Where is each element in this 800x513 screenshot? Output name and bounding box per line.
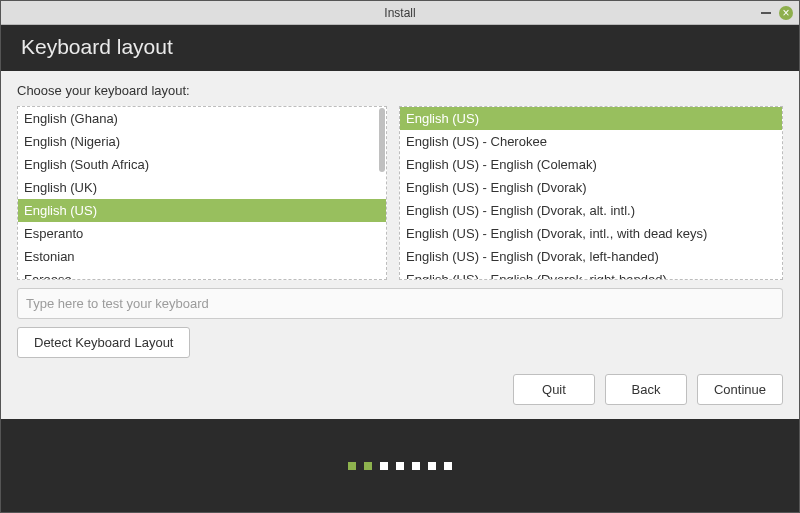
detect-row: Detect Keyboard Layout [17,327,783,358]
page-header: Keyboard layout [1,25,799,71]
install-window: Install Keyboard layout Choose your keyb… [0,0,800,513]
list-item[interactable]: English (US) - English (Dvorak, right-ha… [400,268,782,280]
list-item[interactable]: English (US) - Cherokee [400,130,782,153]
progress-dot [364,462,372,470]
progress-dot [444,462,452,470]
list-item[interactable]: English (South Africa) [18,153,386,176]
list-item[interactable]: English (US) [18,199,386,222]
back-button[interactable]: Back [605,374,687,405]
list-item[interactable]: Faroese [18,268,386,280]
progress-dots [1,419,799,512]
progress-dot [428,462,436,470]
variant-list[interactable]: English (US)English (US) - CherokeeEngli… [399,106,783,280]
list-item[interactable]: English (Ghana) [18,107,386,130]
continue-button[interactable]: Continue [697,374,783,405]
titlebar-controls [761,6,793,20]
list-item[interactable]: English (US) - English (Dvorak, left-han… [400,245,782,268]
keyboard-test-input[interactable] [17,288,783,319]
prompt-label: Choose your keyboard layout: [17,83,783,98]
action-buttons: Quit Back Continue [17,366,783,405]
scrollbar[interactable] [379,108,385,278]
list-item[interactable]: English (UK) [18,176,386,199]
layout-lists: English (Ghana)English (Nigeria)English … [17,106,783,280]
scrollbar-thumb[interactable] [379,108,385,172]
content-area: Choose your keyboard layout: English (Gh… [1,71,799,419]
progress-dot [396,462,404,470]
quit-button[interactable]: Quit [513,374,595,405]
list-item[interactable]: English (US) - English (Dvorak, alt. int… [400,199,782,222]
list-item[interactable]: English (US) [400,107,782,130]
list-item[interactable]: English (US) - English (Colemak) [400,153,782,176]
list-item[interactable]: English (Nigeria) [18,130,386,153]
minimize-icon[interactable] [761,12,771,14]
list-item[interactable]: English (US) - English (Dvorak) [400,176,782,199]
language-list[interactable]: English (Ghana)English (Nigeria)English … [17,106,387,280]
list-item[interactable]: English (US) - English (Dvorak, intl., w… [400,222,782,245]
titlebar: Install [1,1,799,25]
close-icon[interactable] [779,6,793,20]
progress-dot [412,462,420,470]
list-item[interactable]: Estonian [18,245,386,268]
window-title: Install [384,6,415,20]
list-item[interactable]: Esperanto [18,222,386,245]
detect-keyboard-button[interactable]: Detect Keyboard Layout [17,327,190,358]
progress-dot [348,462,356,470]
progress-dot [380,462,388,470]
page-title: Keyboard layout [21,35,779,59]
